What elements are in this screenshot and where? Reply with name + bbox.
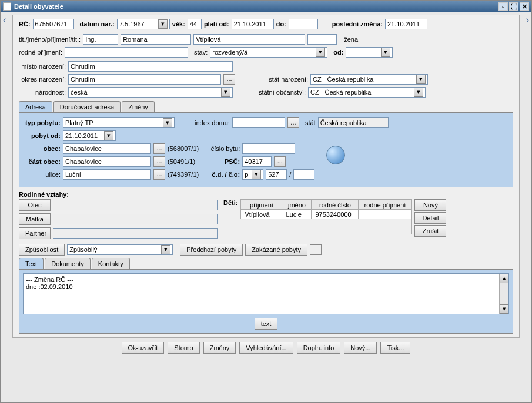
index-domu-input[interactable] <box>232 117 285 128</box>
pobyt-od-combo[interactable]: 21.10.2011▾ <box>63 130 116 141</box>
tab-dokumenty[interactable]: Dokumenty <box>45 258 91 269</box>
maiden-input[interactable] <box>65 47 188 58</box>
children-table[interactable]: příjmení jméno rodné číslo rodné příjmen… <box>240 200 411 219</box>
obec-input[interactable] <box>63 143 151 154</box>
citizenship-label: státní občanství: <box>247 89 306 96</box>
dob-combo[interactable]: 7.5.1967▾ <box>117 19 170 29</box>
tab-zmeny[interactable]: Změny <box>122 101 155 112</box>
ulice-lookup[interactable]: ... <box>153 169 165 180</box>
birth-country-combo[interactable]: CZ - Česká republika▾ <box>310 74 428 85</box>
first-name-input[interactable] <box>121 34 191 45</box>
matka-button[interactable]: Matka <box>19 213 51 225</box>
obec-lookup[interactable]: ... <box>153 143 165 154</box>
col-rc: rodné číslo <box>312 200 359 210</box>
zmeny-button[interactable]: Změny <box>203 342 236 354</box>
extra-button[interactable] <box>310 244 322 255</box>
gender-text: žena <box>344 36 358 43</box>
birthplace-input[interactable] <box>68 61 233 72</box>
birth-district-label: okres narození: <box>19 76 66 83</box>
typ-pobytu-combo[interactable]: Platný TP▾ <box>63 117 175 128</box>
birth-district-input[interactable] <box>68 74 221 85</box>
storno-button[interactable]: Storno <box>168 342 199 354</box>
dopln-info-button[interactable]: Dopln. info <box>297 342 341 354</box>
otec-field <box>53 200 218 210</box>
window-icon <box>3 2 11 11</box>
tab-dorucovaci[interactable]: Doručovací adresa <box>53 101 121 112</box>
otec-button[interactable]: Otec <box>19 199 51 211</box>
state-label: stav: <box>194 49 208 56</box>
chevron-down-icon[interactable]: ▾ <box>414 88 423 97</box>
minimize-button[interactable]: ▫ <box>498 2 508 11</box>
psc-input[interactable] <box>242 156 272 167</box>
chevron-down-icon[interactable]: ▾ <box>104 131 113 140</box>
zpusobilost-button[interactable]: Způsobilost <box>19 244 65 256</box>
chevron-down-icon[interactable]: ▾ <box>381 48 390 57</box>
name-label: tit./jméno/příjmení/tit.: <box>19 36 81 43</box>
tab-adresa[interactable]: Adresa <box>19 101 52 112</box>
ok-close-button[interactable]: Ok-uzavřít <box>122 342 165 354</box>
predchozi-pobyty-button[interactable]: Předchozí pobyty <box>180 244 243 256</box>
close-button[interactable]: ✕ <box>520 2 529 11</box>
chevron-down-icon[interactable]: ▾ <box>158 19 168 29</box>
index-lookup[interactable]: ... <box>287 117 299 128</box>
marital-state-combo[interactable]: rozvedený/á▾ <box>210 47 327 58</box>
scrollbar[interactable]: ▴ ▾ <box>499 274 508 314</box>
vyhledavani-button[interactable]: Vyhledávání... <box>239 342 293 354</box>
maximize-button[interactable]: ⛶ <box>509 2 518 11</box>
chevron-down-icon[interactable]: ▾ <box>416 75 426 84</box>
pobyt-od-label: pobyt od: <box>24 132 61 139</box>
citizenship-combo[interactable]: CZ - Česká republika▾ <box>308 87 426 98</box>
maiden-label: rodné příjmení: <box>19 49 62 56</box>
index-domu-label: index domu: <box>195 119 230 126</box>
scroll-down-icon[interactable]: ▾ <box>500 304 508 314</box>
cd-type-combo[interactable]: p▾ <box>242 169 263 180</box>
ulice-label: ulice: <box>24 171 61 178</box>
window-title: Detail obyvatele <box>14 3 63 10</box>
title-after-input[interactable] <box>307 34 337 45</box>
last-change-input[interactable] <box>385 19 427 29</box>
chevron-down-icon[interactable]: ▾ <box>161 245 170 254</box>
birth-district-lookup[interactable]: ... <box>223 74 235 85</box>
ulice-input[interactable] <box>63 169 151 180</box>
state-from-combo[interactable]: ▾ <box>346 47 393 58</box>
cislo-bytu-input[interactable] <box>242 143 295 154</box>
typ-pobytu-label: typ pobytu: <box>24 119 61 126</box>
to-input[interactable] <box>289 19 318 29</box>
chevron-down-icon[interactable]: ▾ <box>252 170 261 179</box>
chevron-down-icon[interactable]: ▾ <box>316 48 325 57</box>
text-button[interactable]: text <box>255 318 278 330</box>
zakazane-pobyty-button[interactable]: Zakázané pobyty <box>245 244 307 256</box>
zrusit-child-button[interactable]: Zrušit <box>414 225 446 237</box>
cast-obce-input[interactable] <box>63 156 151 167</box>
bottom-tabs: Text Dokumenty Kontakty <box>19 258 513 270</box>
rc-input[interactable] <box>33 19 74 29</box>
scroll-up-icon[interactable]: ▴ <box>500 274 508 283</box>
text-area[interactable]: --- Změna RČ --- dne :02.09.2010 ▴ ▾ <box>23 273 509 314</box>
detail-child-button[interactable]: Detail <box>414 212 446 224</box>
age-input[interactable] <box>188 19 202 29</box>
tisk-button[interactable]: Tisk... <box>380 342 410 354</box>
chevron-down-icon[interactable]: ▾ <box>163 118 172 127</box>
nationality-combo[interactable]: česká▾ <box>68 87 233 98</box>
psc-lookup[interactable]: ... <box>274 156 286 167</box>
table-row[interactable]: Vtípilová Lucie 9753240000 <box>241 210 411 219</box>
cd-input[interactable] <box>266 169 287 180</box>
deti-label: Děti: <box>223 199 237 237</box>
partner-field <box>53 228 218 239</box>
novy-button[interactable]: Nový... <box>344 342 377 354</box>
surname-input[interactable] <box>193 34 305 45</box>
novy-child-button[interactable]: Nový <box>414 199 446 211</box>
partner-button[interactable]: Partner <box>19 227 51 239</box>
next-record-arrow[interactable]: › <box>520 15 529 25</box>
title-before-input[interactable] <box>83 34 118 45</box>
valid-from-input[interactable] <box>232 19 274 29</box>
prev-record-arrow[interactable]: ‹ <box>3 15 12 25</box>
zpusobilost-combo[interactable]: Způsobilý▾ <box>67 244 173 255</box>
cast-lookup[interactable]: ... <box>153 156 165 167</box>
chevron-down-icon[interactable]: ▾ <box>221 88 230 97</box>
tab-kontakty[interactable]: Kontakty <box>92 258 130 269</box>
relations-title: Rodinné vztahy: <box>19 191 513 198</box>
globe-icon[interactable] <box>326 146 345 164</box>
tab-text[interactable]: Text <box>19 258 44 269</box>
co-input[interactable] <box>293 169 314 180</box>
